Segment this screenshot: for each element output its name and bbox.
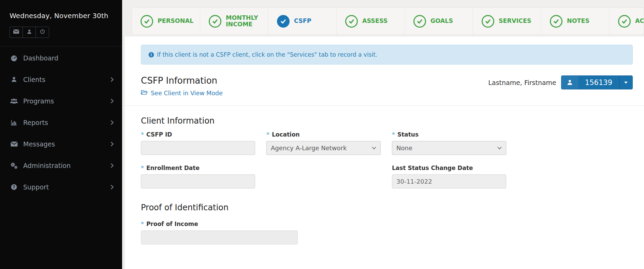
chevron-right-icon [110,163,114,168]
sidebar-item-support[interactable]: ? Support [0,176,122,198]
chevron-right-icon [110,120,114,125]
csfp-id-label: *CSFP ID [141,131,255,138]
check-circle-icon [345,15,358,28]
dashboard-gauge-icon [10,54,18,62]
tab-services[interactable]: SERVICES [473,8,541,34]
gears-icon [10,162,18,169]
client-id-button[interactable]: 156139 [561,75,633,89]
check-circle-icon [277,15,290,28]
check-circle-icon [618,15,631,28]
chevron-down-icon [372,146,376,150]
client-information-title: Client Information [141,116,633,126]
sidebar-item-reports[interactable]: Reports [0,112,122,133]
status-select-value: None [396,144,412,152]
client-box: Lastname, Firstname 156139 [488,75,633,89]
enrollment-date-input[interactable] [141,174,255,188]
enrollment-date-label: *Enrollment Date [141,165,255,171]
status-select[interactable]: None [392,141,506,155]
required-asterisk: * [392,131,395,138]
form-spacer [266,165,381,188]
client-tabs: PERSONAL MONTHLY INCOME CSFP ASSESS GOAL… [132,8,644,35]
required-asterisk: * [266,131,269,138]
location-select-value: Agency A-Large Network [271,144,347,152]
csfp-panel: If this client is not a CSFP client, cli… [125,37,644,269]
proof-of-identification-title: Proof of Identification [141,203,633,212]
info-circle-icon [148,52,155,58]
svg-text:?: ? [13,185,15,189]
status-field: *Status None [392,131,506,155]
tab-activity-clipped[interactable]: ACTI [610,8,644,34]
chevron-right-icon [110,184,114,190]
sidebar-item-clients[interactable]: Clients [0,69,122,90]
sidebar-item-messages[interactable]: Messages [0,133,122,155]
location-label: *Location [266,131,381,138]
tab-label: MONTHLY INCOME [226,15,266,28]
sidebar-item-label: Administration [23,162,71,169]
client-information-form: *CSFP ID *Location Agency A-Large Networ… [141,131,633,188]
user-icon [561,76,578,89]
tab-personal[interactable]: PERSONAL [132,8,200,34]
enrollment-date-field: *Enrollment Date [141,165,255,188]
view-mode-link-label: See Client in View Mode [151,90,223,97]
required-asterisk: * [141,165,144,171]
location-field: *Location Agency A-Large Network [266,131,381,155]
info-alert-text: If this client is not a CSFP client, cli… [157,51,377,58]
tab-label: ACTI [635,18,644,24]
envelope-icon [10,141,18,147]
chevron-right-icon [110,98,114,104]
required-asterisk: * [141,131,144,138]
logout-button[interactable] [36,27,49,38]
sidebar: Wednesday, November 30th Dashboard [0,0,122,269]
sidebar-item-programs[interactable]: Programs [0,90,122,112]
location-select[interactable]: Agency A-Large Network [266,141,381,155]
csfp-id-field: *CSFP ID [141,131,255,155]
required-asterisk: * [141,221,144,227]
check-circle-icon [141,15,153,28]
chevron-right-icon [110,77,114,82]
current-date: Wednesday, November 30th [0,0,122,20]
section-divider [125,105,644,106]
tab-csfp[interactable]: CSFP [268,8,337,34]
page-header: CSFP Information See Client in View Mode… [141,75,633,97]
chevron-right-icon [110,141,114,147]
proof-of-income-field: *Proof of Income [141,221,633,244]
tab-label: SERVICES [499,18,531,24]
chevron-down-icon [497,146,502,150]
question-circle-icon: ? [10,184,18,190]
csfp-id-input[interactable] [141,141,255,155]
sidebar-item-label: Reports [23,119,48,126]
check-circle-icon [209,15,221,28]
info-alert: If this client is not a CSFP client, cli… [141,45,633,65]
messages-button[interactable] [10,27,23,38]
tab-monthly-income[interactable]: MONTHLY INCOME [200,8,268,34]
power-icon [40,29,45,36]
sidebar-item-administration[interactable]: Administration [0,155,122,176]
quick-actions-group [10,27,49,38]
user-icon [10,76,18,83]
sidebar-item-label: Clients [23,76,45,83]
proof-of-income-input[interactable] [141,230,298,244]
tab-label: PERSONAL [158,18,193,24]
main-content: PERSONAL MONTHLY INCOME CSFP ASSESS GOAL… [122,0,644,269]
tab-label: ASSESS [362,18,387,24]
sidebar-menu: Dashboard Clients Programs Reports [0,46,122,198]
sidebar-item-label: Programs [23,97,54,105]
last-status-change-input[interactable] [392,174,506,188]
folder-open-icon [141,89,148,97]
client-dropdown-toggle[interactable] [619,76,632,89]
view-mode-link[interactable]: See Client in View Mode [141,89,223,97]
tab-goals[interactable]: GOALS [405,8,473,34]
client-id-value: 156139 [578,76,619,89]
tab-assess[interactable]: ASSESS [337,8,405,34]
client-name: Lastname, Firstname [488,79,556,86]
user-icon [27,29,32,36]
last-status-change-field: Last Status Change Date [392,165,506,188]
tab-label: CSFP [294,18,311,24]
tab-label: NOTES [567,18,589,24]
page-title: CSFP Information [141,75,223,86]
sidebar-item-dashboard[interactable]: Dashboard [0,47,122,69]
profile-button[interactable] [23,27,36,38]
proof-of-income-label: *Proof of Income [141,221,633,227]
bar-chart-icon [10,119,18,126]
tab-notes[interactable]: NOTES [541,8,610,34]
